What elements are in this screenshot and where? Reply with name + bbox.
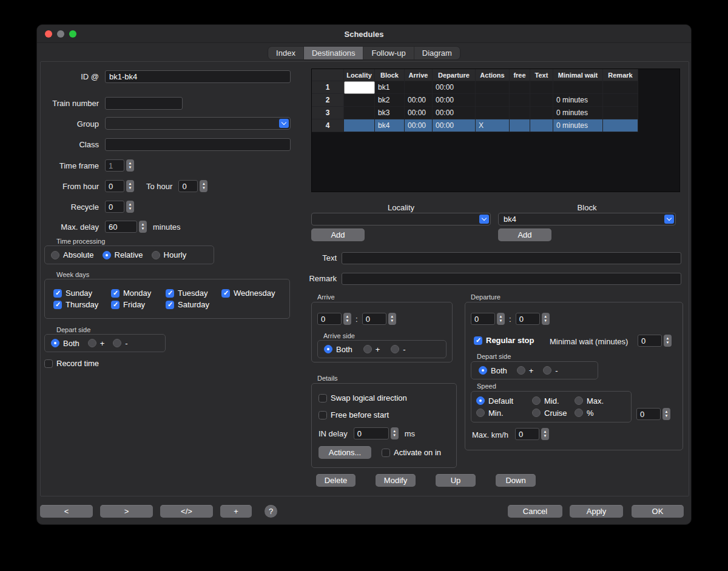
table-cell[interactable]: 00:00 <box>433 81 476 94</box>
free-before-start-checkbox[interactable]: Free before start <box>318 410 389 419</box>
table-row[interactable]: 2bk200:0000:000 minutes <box>312 94 679 107</box>
table-cell[interactable]: 00:00 <box>405 94 433 107</box>
stepper-arrows[interactable]: ▲▼ <box>391 427 399 439</box>
remark-input[interactable] <box>342 273 681 285</box>
radio-max[interactable]: Max. <box>575 396 631 406</box>
table-cell[interactable] <box>344 107 375 119</box>
stepper-value[interactable]: 0 <box>636 408 661 420</box>
checkbox-friday[interactable]: Friday <box>111 300 166 309</box>
checkbox-sunday[interactable]: Sunday <box>53 289 111 298</box>
title-bar[interactable]: Schedules <box>37 25 691 43</box>
table-cell[interactable]: 00:00 <box>405 119 433 132</box>
stepper-arrows[interactable]: ▲▼ <box>541 428 549 440</box>
table-row[interactable]: 4bk400:0000:00X0 minutes <box>312 119 679 132</box>
table-cell[interactable] <box>530 94 553 107</box>
table-cell[interactable] <box>603 119 638 132</box>
tab-index[interactable]: Index <box>268 47 304 59</box>
time-frame-stepper[interactable]: 1 ▲▼ <box>105 159 134 172</box>
table-cell[interactable]: 00:00 <box>433 94 476 107</box>
max-delay-stepper[interactable]: 60 ▲▼ <box>105 221 147 233</box>
table-cell[interactable]: 0 minutes <box>553 107 603 119</box>
arrive-hour-stepper[interactable]: 0 ▲▼ <box>317 313 351 325</box>
radio-both[interactable]: Both <box>51 339 79 348</box>
checkbox-saturday[interactable]: Saturday <box>166 300 221 309</box>
tab-destinations[interactable]: Destinations <box>304 47 364 59</box>
down-button[interactable]: Down <box>496 474 536 487</box>
table-cell[interactable] <box>603 107 638 119</box>
table-cell[interactable]: 00:00 <box>433 119 476 132</box>
code-button[interactable]: </> <box>160 505 213 518</box>
modify-button[interactable]: Modify <box>376 474 416 487</box>
radio-mid[interactable]: Mid. <box>532 396 575 406</box>
column-header[interactable]: free <box>510 69 530 81</box>
column-header[interactable]: Minimal wait <box>553 69 603 81</box>
tab-follow-up[interactable]: Follow-up <box>363 47 414 59</box>
stepper-value[interactable]: 0 <box>516 313 540 325</box>
row-number[interactable]: 2 <box>312 94 344 107</box>
radio-[interactable]: % <box>575 409 631 418</box>
radio-[interactable]: - <box>391 345 405 354</box>
chevron-down-icon[interactable] <box>279 119 289 128</box>
table-row[interactable]: 3bk300:0000:000 minutes <box>312 107 679 119</box>
table-cell[interactable] <box>530 119 553 132</box>
delete-button[interactable]: Delete <box>316 474 356 487</box>
radio-[interactable]: - <box>543 366 558 375</box>
chevron-down-icon[interactable] <box>479 215 489 224</box>
column-header[interactable]: Block <box>375 69 405 81</box>
actions-button[interactable]: Actions... <box>318 446 371 459</box>
help-button[interactable]: ? <box>265 505 277 518</box>
speed-value-stepper[interactable]: 0 ▲▼ <box>636 408 670 420</box>
stepper-value[interactable]: 0 <box>362 313 386 325</box>
minimal-wait-stepper[interactable]: 0 ▲▼ <box>638 335 672 347</box>
radio-min[interactable]: Min. <box>476 409 532 418</box>
class-input[interactable] <box>105 138 291 151</box>
chevron-down-icon[interactable] <box>664 215 674 224</box>
radio-relative[interactable]: Relative <box>103 250 143 259</box>
radio-[interactable]: + <box>363 345 380 354</box>
column-header[interactable]: Locality <box>344 69 375 81</box>
table-cell[interactable] <box>603 81 638 94</box>
tab-diagram[interactable]: Diagram <box>414 47 460 59</box>
stepper-value[interactable]: 1 <box>105 159 124 172</box>
radio-both[interactable]: Both <box>479 366 507 375</box>
destinations-table[interactable]: LocalityBlockArriveDepartureActionsfreeT… <box>311 68 680 192</box>
column-header[interactable]: Arrive <box>405 69 433 81</box>
stepper-value[interactable]: 0 <box>105 201 124 213</box>
table-cell[interactable]: bk3 <box>375 107 405 119</box>
arrive-minute-stepper[interactable]: 0 ▲▼ <box>362 313 396 325</box>
radio-hourly[interactable]: Hourly <box>152 250 187 259</box>
radio-both[interactable]: Both <box>324 345 352 354</box>
text-input[interactable] <box>342 252 681 264</box>
swap-logical-direction-checkbox[interactable]: Swap logical direction <box>318 393 407 402</box>
add-block-button[interactable]: Add <box>498 229 551 241</box>
checkbox-monday[interactable]: Monday <box>111 289 166 298</box>
table-cell[interactable] <box>476 94 510 107</box>
departure-minute-stepper[interactable]: 0 ▲▼ <box>516 313 550 325</box>
stepper-value[interactable]: 0 <box>317 313 342 325</box>
group-combo[interactable] <box>105 117 291 130</box>
column-header[interactable]: Departure <box>433 69 476 81</box>
checkbox-tuesday[interactable]: Tuesday <box>166 289 221 298</box>
table-cell[interactable]: 0 minutes <box>553 94 603 107</box>
stepper-value[interactable]: 0 <box>471 313 495 325</box>
table-cell[interactable] <box>510 107 530 119</box>
regular-stop-checkbox[interactable]: Regular stop <box>474 336 534 345</box>
stepper-arrows[interactable]: ▲▼ <box>139 221 147 233</box>
stepper-arrows[interactable]: ▲▼ <box>662 408 670 420</box>
radio-[interactable]: - <box>113 339 127 348</box>
table-cell[interactable] <box>530 81 553 94</box>
stepper-value[interactable]: 0 <box>638 335 662 347</box>
activate-on-in-checkbox[interactable]: Activate on in <box>382 448 441 457</box>
stepper-value[interactable]: 0 <box>105 180 124 192</box>
checkbox-thursday[interactable]: Thursday <box>53 300 111 309</box>
column-header[interactable]: Text <box>530 69 553 81</box>
in-delay-stepper[interactable]: 0 ▲▼ <box>354 427 399 439</box>
table-cell[interactable] <box>405 81 433 94</box>
add-new-button[interactable]: + <box>220 505 252 518</box>
table-cell[interactable]: 00:00 <box>405 107 433 119</box>
stepper-arrows[interactable]: ▲▼ <box>343 313 351 325</box>
table-cell[interactable]: bk2 <box>375 94 405 107</box>
table-cell[interactable]: bk4 <box>375 119 405 132</box>
radio-absolute[interactable]: Absolute <box>51 250 94 259</box>
previous-button[interactable]: < <box>40 505 93 518</box>
